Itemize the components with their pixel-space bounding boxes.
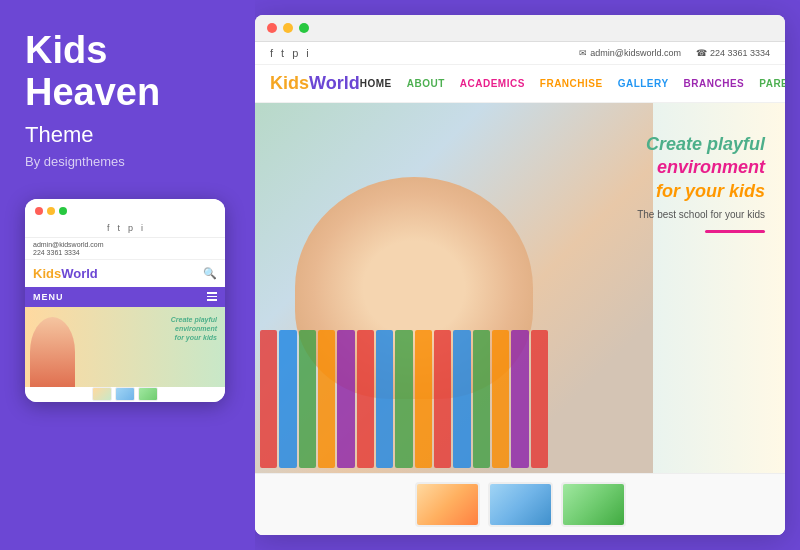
block-blue2: [376, 330, 393, 468]
thumbnail-2[interactable]: [488, 482, 553, 527]
nav-parents[interactable]: PARENTS: [759, 78, 785, 89]
block-green3: [473, 330, 490, 468]
mobile-email: admin@kidsworld.com: [33, 241, 104, 248]
browser-content: f t p i ✉ admin@kidsworld.com ☎ 224 3361…: [255, 42, 785, 535]
mobile-child-image: [30, 317, 75, 387]
theme-subtitle: Theme: [25, 122, 230, 148]
hero-divider: [705, 230, 765, 233]
block-green2: [395, 330, 412, 468]
block-green: [299, 330, 316, 468]
mobile-hero-image: Create playful environment for your kids: [25, 307, 225, 387]
nav-gallery[interactable]: GALLERY: [618, 78, 669, 89]
mobile-hero-copy: Create playful environment for your kids: [171, 315, 217, 342]
social-facebook-icon[interactable]: f: [270, 47, 273, 59]
mobile-card-dots: [25, 199, 225, 219]
block-purple: [337, 330, 354, 468]
dot-yellow: [47, 207, 55, 215]
block-orange2: [415, 330, 432, 468]
browser-dot-red: [267, 23, 277, 33]
browser-mockup: f t p i ✉ admin@kidsworld.com ☎ 224 3361…: [255, 15, 785, 535]
hero-background: Create playful environment for your kids…: [255, 103, 785, 473]
block-red3: [434, 330, 451, 468]
block-blue3: [453, 330, 470, 468]
nav-franchise[interactable]: FRANCHISE: [540, 78, 603, 89]
block-orange3: [492, 330, 509, 468]
mobile-social-i: i: [141, 223, 143, 233]
mobile-logo-bar: KidsWorld 🔍: [25, 260, 225, 287]
mobile-phone: 224 3361 3334: [33, 249, 80, 256]
contact-phone: ☎ 224 3361 3334: [696, 48, 770, 58]
dot-green: [59, 207, 67, 215]
hero-child-image: [255, 103, 653, 473]
nav-academics[interactable]: ACADEMICS: [460, 78, 525, 89]
nav-about[interactable]: ABOUT: [407, 78, 445, 89]
mobile-contact-bar: admin@kidsworld.com 224 3361 3334: [25, 238, 225, 260]
thumbnail-strip: [255, 473, 785, 535]
nav-branches[interactable]: BRANCHES: [684, 78, 745, 89]
hero-text-overlay: Create playful environment for your kids…: [637, 133, 765, 233]
thumbnail-1[interactable]: [415, 482, 480, 527]
browser-dot-yellow: [283, 23, 293, 33]
block-red2: [357, 330, 374, 468]
dot-red: [35, 207, 43, 215]
block-red4: [531, 330, 548, 468]
social-twitter-icon[interactable]: t: [281, 47, 284, 59]
theme-byline: By designthemes: [25, 154, 230, 169]
blocks-strip: [255, 325, 553, 473]
site-nav: KidsWorld HOME ABOUT ACADEMICS FRANCHISE…: [255, 65, 785, 103]
mobile-social-p: p: [128, 223, 133, 233]
hamburger-icon[interactable]: [207, 292, 217, 301]
left-panel: Kids Heaven Theme By designthemes f t p …: [0, 0, 255, 550]
mobile-social-bar: f t p i: [25, 219, 225, 238]
phone-icon: ☎: [696, 48, 707, 58]
mobile-hero: Create playful environment for your kids: [25, 307, 225, 387]
mobile-menu-bar[interactable]: MENU: [25, 287, 225, 307]
hero-title: Create playful environment for your kids: [637, 133, 765, 203]
browser-dot-green: [299, 23, 309, 33]
site-logo: KidsWorld: [270, 73, 360, 94]
contact-email: ✉ admin@kidsworld.com: [579, 48, 681, 58]
site-hero: Create playful environment for your kids…: [255, 103, 785, 473]
mobile-preview-card: f t p i admin@kidsworld.com 224 3361 333…: [25, 199, 225, 402]
nav-home[interactable]: HOME: [360, 78, 392, 89]
nav-links: HOME ABOUT ACADEMICS FRANCHISE GALLERY B…: [360, 78, 785, 89]
hero-subtitle: The best school for your kids: [637, 209, 765, 220]
block-orange: [318, 330, 335, 468]
mobile-search-icon[interactable]: 🔍: [203, 267, 217, 280]
mobile-thumb-3: [138, 387, 158, 401]
mobile-logo: KidsWorld: [33, 266, 98, 281]
mobile-menu-label: MENU: [33, 292, 64, 302]
block-red: [260, 330, 277, 468]
theme-title: Kids Heaven: [25, 30, 230, 114]
mobile-hero-text: Create playful environment for your kids: [171, 315, 217, 342]
site-top-bar: f t p i ✉ admin@kidsworld.com ☎ 224 3361…: [255, 42, 785, 65]
mobile-social-t: t: [117, 223, 120, 233]
social-icons: f t p i: [270, 47, 309, 59]
mobile-thumb-1: [92, 387, 112, 401]
thumbnail-3[interactable]: [561, 482, 626, 527]
browser-chrome: [255, 15, 785, 42]
mobile-social-f: f: [107, 223, 110, 233]
block-purple2: [511, 330, 528, 468]
mobile-thumb-2: [115, 387, 135, 401]
mobile-thumbs: [25, 387, 225, 402]
block-blue: [279, 330, 296, 468]
social-instagram-icon[interactable]: i: [306, 47, 308, 59]
email-icon: ✉: [579, 48, 587, 58]
social-pinterest-icon[interactable]: p: [292, 47, 298, 59]
